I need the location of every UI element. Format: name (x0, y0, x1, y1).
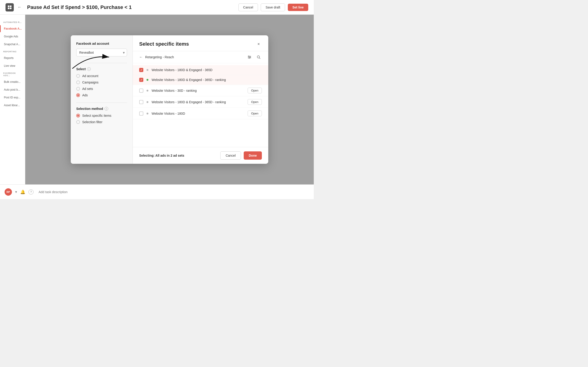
items-list: ✓ Website Visitors - 180D & Engaged - 36… (133, 63, 268, 147)
item3-open-button[interactable]: Open (248, 88, 262, 93)
filter-icon[interactable] (246, 54, 253, 60)
radio-ads-dot (77, 94, 79, 96)
select-label: Select i (76, 67, 127, 71)
radio-selection-filter[interactable]: Selection filter (76, 120, 127, 124)
radio-ad-account-circle (76, 74, 80, 78)
svg-rect-3 (10, 8, 11, 9)
back-button[interactable]: ← (17, 5, 22, 10)
sidebar-item-google[interactable]: Google Ads (0, 33, 25, 40)
svg-point-7 (248, 56, 249, 57)
radio-select-specific-dot (77, 115, 79, 117)
selecting-text: Selecting: All ads in 2 ad sets (139, 154, 184, 157)
dropdown-value: Revealbot (79, 51, 94, 54)
sidebar: AUTOMATED R... Facebook A... Google Ads … (0, 15, 25, 184)
done-button[interactable]: Done (244, 151, 262, 160)
sidebar-item-auto-post[interactable]: Auto post b... (0, 86, 25, 93)
page-title: Pause Ad Set if Spend > $100, Purchase <… (27, 4, 235, 10)
radio-ad-sets-label: Ad sets (82, 87, 93, 91)
fb-account-title: Facebook ad account (76, 42, 127, 45)
item5-open-button[interactable]: Open (248, 110, 262, 116)
item5-label: Website Visitors - 180D (152, 112, 244, 115)
sidebar-item-bulk-creation[interactable]: Bulk creatio... (0, 78, 25, 85)
sidebar-section-facebook-ads: FACEBOOK ADS... (0, 70, 25, 77)
radio-ad-account[interactable]: Ad account (76, 74, 127, 78)
item3-status-dot (147, 90, 148, 92)
avatar-dropdown-icon[interactable]: ▾ (15, 190, 17, 194)
sidebar-item-live-view[interactable]: Live view (0, 62, 25, 69)
item3-checkbox[interactable] (139, 89, 143, 93)
radio-ads-label: Ads (82, 93, 88, 97)
radio-ad-account-label: Ad account (82, 74, 98, 78)
radio-ad-sets[interactable]: Ad sets (76, 87, 127, 91)
sidebar-section-automated: AUTOMATED R... (0, 19, 25, 24)
select-info-icon[interactable]: i (87, 67, 91, 71)
set-live-button[interactable]: Set live (288, 4, 308, 11)
breadcrumb-back-button[interactable]: ← (139, 55, 143, 59)
modal-breadcrumb: ← Retargeting - Reach (133, 51, 268, 63)
list-item[interactable]: ✓ Website Visitors - 180D & Engaged - 36… (133, 65, 268, 75)
modal-right-panel: Select specific items × ← Retargeting - … (133, 35, 268, 164)
item4-open-button[interactable]: Open (248, 99, 262, 105)
cancel-modal-button[interactable]: Cancel (220, 151, 241, 160)
close-button[interactable]: × (255, 41, 262, 47)
divider2 (76, 102, 127, 103)
bottom-bar: RP ▾ 🔔 ? (0, 184, 314, 199)
item1-checkbox[interactable]: ✓ (139, 68, 143, 72)
radio-selection-filter-label: Selection filter (82, 120, 103, 124)
item3-label: Website Visitors - 30D - ranking (152, 89, 244, 92)
sidebar-item-facebook[interactable]: Facebook A... (0, 25, 25, 32)
svg-line-11 (259, 58, 260, 59)
selection-method-info-icon[interactable]: i (104, 107, 108, 110)
task-description-input[interactable] (39, 190, 309, 194)
ad-account-dropdown[interactable]: Revealbot (76, 49, 127, 56)
sidebar-item-snapchat[interactable]: Snapchat A... (0, 41, 25, 48)
svg-rect-1 (10, 6, 11, 7)
header-actions: Cancel Save draft Set live (238, 3, 308, 11)
list-item[interactable]: ✓ Website Visitors - 180D & Engaged - 36… (133, 75, 268, 85)
modal-container: Facebook ad account Revealbot ▾ Select i (71, 35, 268, 164)
checkmark-icon: ✓ (140, 69, 142, 72)
radio-select-specific-circle (76, 114, 80, 117)
item2-checkbox[interactable]: ✓ (139, 78, 143, 82)
svg-point-8 (250, 57, 251, 58)
logo-icon (6, 3, 14, 11)
item4-checkbox[interactable] (139, 100, 143, 104)
cancel-header-button[interactable]: Cancel (238, 3, 258, 11)
ad-account-dropdown-wrapper: Revealbot ▾ (76, 49, 127, 56)
bell-icon[interactable]: 🔔 (20, 190, 25, 194)
item4-label: Website Visitors - 180D & Engaged - 365D… (152, 100, 244, 104)
svg-rect-2 (8, 8, 9, 9)
breadcrumb-left: ← Retargeting - Reach (139, 55, 174, 59)
selection-method-radio-group: Select specific items Selection filter (76, 114, 127, 124)
modal-left-panel: Facebook ad account Revealbot ▾ Select i (71, 35, 133, 164)
svg-point-10 (257, 56, 259, 58)
radio-campaigns-label: Campaigns (82, 81, 99, 84)
sidebar-section-reporting: REPORTING (0, 49, 25, 54)
radio-ads[interactable]: Ads (76, 93, 127, 97)
save-draft-button[interactable]: Save draft (261, 3, 285, 11)
svg-rect-0 (8, 6, 9, 7)
breadcrumb-actions (246, 54, 262, 60)
radio-selection-filter-circle (76, 120, 80, 124)
radio-ads-circle (76, 93, 80, 97)
item2-label: Website Visitors - 180D & Engaged - 365D… (152, 78, 262, 82)
list-item[interactable]: Website Visitors - 180D & Engaged - 365D… (133, 96, 268, 108)
avatar: RP (5, 188, 12, 196)
radio-campaigns-circle (76, 81, 80, 84)
sidebar-item-asset-library[interactable]: Asset librar... (0, 102, 25, 109)
radio-select-specific-label: Select specific items (82, 114, 111, 117)
item1-status-dot (147, 69, 148, 71)
list-item[interactable]: Website Visitors - 180D Open (133, 108, 268, 119)
main-area: AUTOMATED R... Facebook A... Google Ads … (0, 15, 314, 184)
radio-ad-sets-circle (76, 87, 80, 91)
radio-select-specific[interactable]: Select specific items (76, 114, 127, 117)
help-icon[interactable]: ? (28, 190, 34, 194)
sidebar-item-reports[interactable]: Reports (0, 55, 25, 61)
search-icon[interactable] (255, 54, 262, 60)
radio-campaigns[interactable]: Campaigns (76, 81, 127, 84)
sidebar-item-post-id[interactable]: Post ID exp... (0, 94, 25, 101)
item5-checkbox[interactable] (139, 111, 143, 116)
list-item[interactable]: Website Visitors - 30D - ranking Open (133, 85, 268, 96)
modal-footer: Selecting: All ads in 2 ad sets Cancel D… (133, 147, 268, 164)
svg-point-9 (249, 58, 250, 58)
